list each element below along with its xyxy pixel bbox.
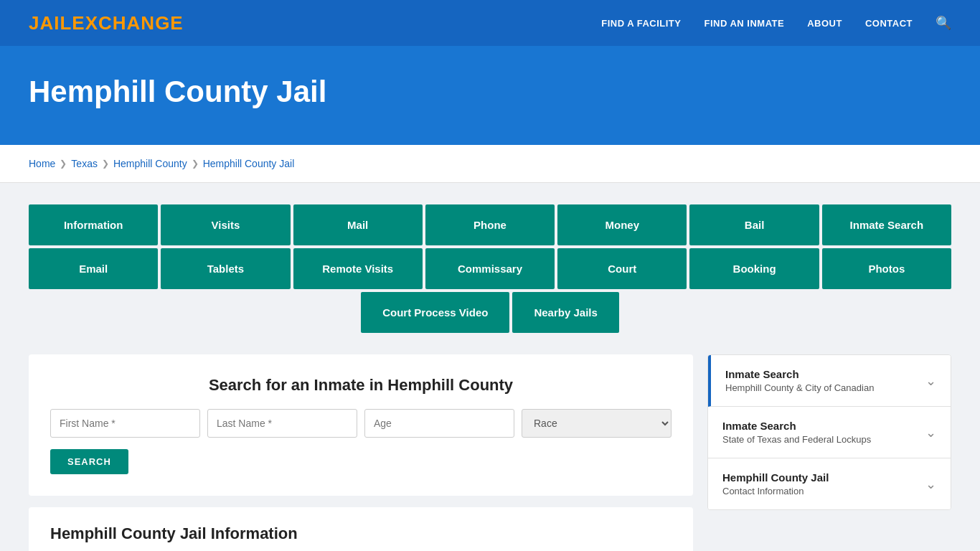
main-layout: Search for an Inmate in Hemphill County … <box>29 354 951 551</box>
tile-bail[interactable]: Bail <box>689 204 819 245</box>
logo-part2: EXCHANGE <box>72 12 183 34</box>
age-input[interactable] <box>364 409 514 438</box>
page-title: Hemphill County Jail <box>29 75 951 109</box>
sidebar-item-subtitle-2: State of Texas and Federal Lockups <box>722 434 871 445</box>
breadcrumb-sep-3: ❯ <box>192 159 199 169</box>
site-logo[interactable]: JAILEXCHANGE <box>29 12 184 34</box>
nav-find-facility[interactable]: FIND A FACILITY <box>601 18 681 29</box>
sidebar-item-contact-info[interactable]: Hemphill County Jail Contact Information… <box>708 458 951 509</box>
chevron-down-icon-3: ⌄ <box>925 476 936 492</box>
sidebar-item-title-2: Inmate Search <box>722 420 871 432</box>
tile-remote-visits[interactable]: Remote Visits <box>293 248 423 289</box>
logo-part1: JAIL <box>29 12 72 34</box>
tile-mail[interactable]: Mail <box>293 204 423 245</box>
sidebar-item-title-3: Hemphill County Jail <box>722 471 829 484</box>
tile-visits[interactable]: Visits <box>161 204 290 245</box>
search-inputs: Race White Black Hispanic Asian Other <box>50 409 672 438</box>
tile-row-3: Court Process Video Nearby Jails <box>29 292 951 333</box>
tile-email[interactable]: Email <box>29 248 158 289</box>
tile-inmate-search[interactable]: Inmate Search <box>822 204 951 245</box>
tile-commissary[interactable]: Commissary <box>425 248 555 289</box>
nav-find-inmate[interactable]: FIND AN INMATE <box>704 18 784 29</box>
tile-row-2: Email Tablets Remote Visits Commissary C… <box>29 248 951 289</box>
tile-money[interactable]: Money <box>557 204 687 245</box>
nav-about[interactable]: ABOUT <box>807 18 842 29</box>
search-icon[interactable]: 🔍 <box>936 15 951 31</box>
breadcrumb-hemphill-county[interactable]: Hemphill County <box>113 158 187 169</box>
tile-court[interactable]: Court <box>557 248 687 289</box>
hero-section: Hemphill County Jail <box>0 46 980 145</box>
main-nav: FIND A FACILITY FIND AN INMATE ABOUT CON… <box>601 15 951 31</box>
search-panel: Search for an Inmate in Hemphill County … <box>29 354 693 496</box>
nav-contact[interactable]: CONTACT <box>865 18 913 29</box>
sidebar-item-subtitle-1: Hemphill County & City of Canadian <box>725 382 874 393</box>
tile-tablets[interactable]: Tablets <box>161 248 290 289</box>
tile-phone[interactable]: Phone <box>425 204 555 245</box>
tile-row-1: Information Visits Mail Phone Money Bail… <box>29 204 951 245</box>
search-panel-title: Search for an Inmate in Hemphill County <box>50 376 672 395</box>
sidebar-item-title-1: Inmate Search <box>725 368 874 380</box>
breadcrumb-home[interactable]: Home <box>29 158 55 169</box>
tile-photos[interactable]: Photos <box>822 248 951 289</box>
tile-nearby-jails[interactable]: Nearby Jails <box>512 292 618 333</box>
breadcrumb-texas[interactable]: Texas <box>71 158 98 169</box>
tile-booking[interactable]: Booking <box>689 248 819 289</box>
sidebar: Inmate Search Hemphill County & City of … <box>707 354 951 510</box>
chevron-down-icon-1: ⌄ <box>925 373 936 389</box>
info-section: Hemphill County Jail Information <box>29 507 693 551</box>
content-area: Information Visits Mail Phone Money Bail… <box>0 183 980 551</box>
info-section-title: Hemphill County Jail Information <box>50 524 672 543</box>
breadcrumb-sep-1: ❯ <box>60 159 67 169</box>
search-button[interactable]: SEARCH <box>50 449 128 474</box>
chevron-down-icon-2: ⌄ <box>925 425 936 441</box>
breadcrumb: Home ❯ Texas ❯ Hemphill County ❯ Hemphil… <box>0 145 980 183</box>
race-select[interactable]: Race White Black Hispanic Asian Other <box>522 409 672 438</box>
first-name-input[interactable] <box>50 409 200 438</box>
tile-court-process-video[interactable]: Court Process Video <box>361 292 509 333</box>
site-header: JAILEXCHANGE FIND A FACILITY FIND AN INM… <box>0 0 980 46</box>
last-name-input[interactable] <box>207 409 357 438</box>
sidebar-item-inmate-search-state[interactable]: Inmate Search State of Texas and Federal… <box>708 407 951 458</box>
sidebar-item-subtitle-3: Contact Information <box>722 486 829 496</box>
sidebar-item-inmate-search-local[interactable]: Inmate Search Hemphill County & City of … <box>708 355 951 407</box>
tile-information[interactable]: Information <box>29 204 158 245</box>
breadcrumb-sep-2: ❯ <box>102 159 109 169</box>
breadcrumb-current: Hemphill County Jail <box>203 158 295 169</box>
